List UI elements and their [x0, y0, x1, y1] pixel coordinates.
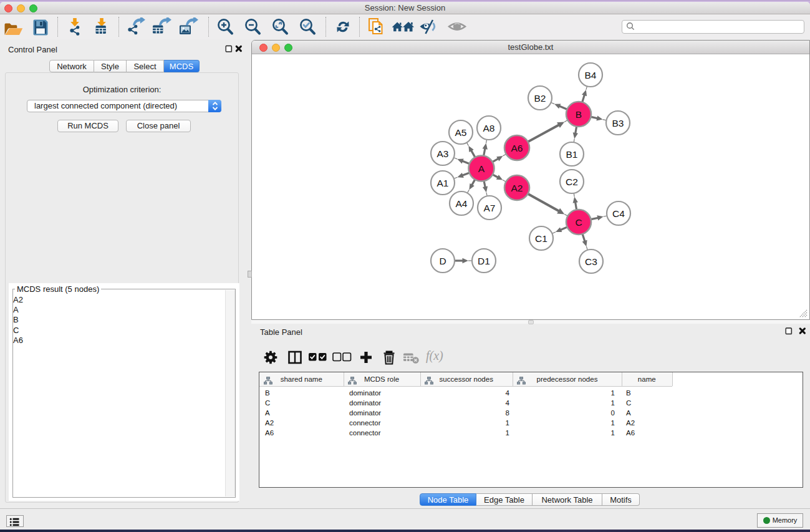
svg-text:C3: C3 [585, 256, 597, 267]
svg-text:D1: D1 [478, 256, 490, 266]
svg-text:A1: A1 [437, 178, 449, 188]
svg-text:B3: B3 [612, 118, 624, 128]
svg-text:B: B [576, 109, 582, 120]
svg-text:A7: A7 [484, 203, 496, 213]
svg-text:A3: A3 [437, 148, 449, 159]
svg-text:A5: A5 [455, 127, 467, 138]
svg-text:A4: A4 [456, 198, 468, 209]
svg-text:C1: C1 [535, 233, 547, 244]
svg-text:A6: A6 [511, 143, 523, 153]
svg-text:B2: B2 [534, 93, 546, 104]
svg-text:A: A [478, 163, 485, 174]
svg-text:C: C [575, 217, 582, 228]
svg-text:C2: C2 [566, 177, 578, 187]
svg-text:B4: B4 [585, 70, 597, 80]
svg-text:A2: A2 [511, 183, 523, 193]
svg-text:C4: C4 [612, 208, 625, 219]
svg-text:D: D [439, 256, 446, 266]
svg-text:A8: A8 [483, 123, 495, 133]
svg-text:B1: B1 [566, 149, 578, 160]
